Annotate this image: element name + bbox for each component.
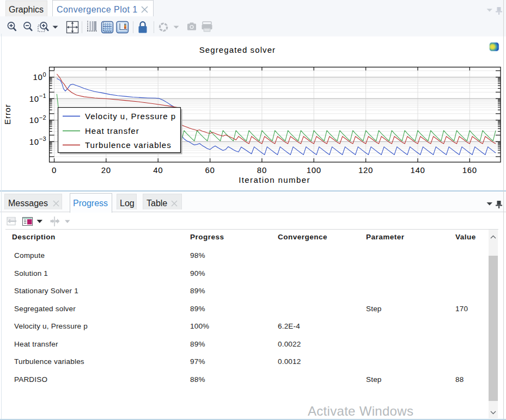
svg-text:Segregated solver: Segregated solver [199, 45, 276, 54]
svg-text:120: 120 [358, 165, 373, 175]
svg-text:100: 100 [33, 71, 46, 82]
svg-text:10−3: 10−3 [29, 135, 46, 146]
svg-text:0: 0 [52, 165, 57, 175]
svg-text:100: 100 [307, 165, 321, 175]
svg-text:10−2: 10−2 [29, 114, 46, 125]
svg-text:40: 40 [153, 165, 163, 175]
svg-text:60: 60 [205, 165, 215, 175]
svg-text:140: 140 [410, 165, 425, 175]
svg-text:Error: Error [3, 104, 12, 125]
svg-text:Heat transfer: Heat transfer [85, 126, 139, 135]
svg-text:Iteration number: Iteration number [239, 175, 310, 184]
svg-text:160: 160 [462, 165, 477, 175]
svg-text:20: 20 [101, 165, 111, 175]
svg-text:80: 80 [257, 165, 267, 175]
svg-text:Turbulence variables: Turbulence variables [85, 140, 172, 150]
svg-text:10−1: 10−1 [29, 92, 46, 103]
svg-text:Velocity u, Pressure p: Velocity u, Pressure p [85, 112, 176, 121]
